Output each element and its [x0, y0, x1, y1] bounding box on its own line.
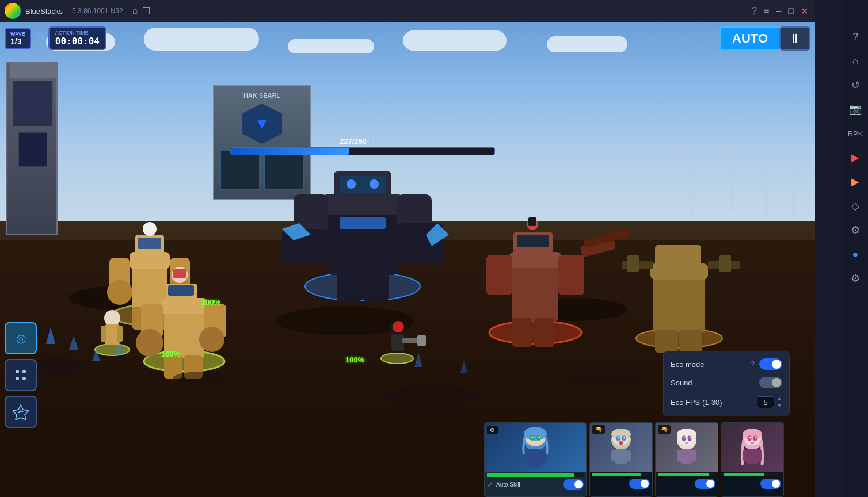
svg-point-111	[532, 436, 534, 438]
svg-rect-115	[540, 450, 546, 463]
auto-skill-toggle-4[interactable]	[760, 479, 781, 489]
sidebar-gear2[interactable]: ⚙	[844, 267, 867, 290]
sidebar-eco[interactable]: ●	[844, 243, 867, 266]
auto-button[interactable]: AUTO	[719, 26, 781, 51]
pct-label-3: 100%	[345, 355, 364, 364]
svg-point-133	[690, 437, 691, 438]
pages-icon[interactable]: ❐	[142, 6, 150, 17]
target-button[interactable]: ◎	[5, 322, 37, 354]
sidebar-diamond[interactable]: ◇	[844, 194, 867, 217]
action-time-display: ACTION TIME 00:00:04	[48, 26, 106, 50]
svg-rect-125	[626, 450, 631, 461]
sidebar-home[interactable]: ⌂	[844, 49, 867, 72]
maximize-button[interactable]: □	[788, 6, 794, 16]
svg-point-140	[748, 435, 752, 441]
sidebar-settings[interactable]: ⚙	[844, 219, 867, 242]
clock-icon: ⏱	[35, 32, 45, 44]
titlebar: BlueStacks 5.3.86.1001 N32 ⌂ ❐ ? ≡ – □ ✕	[0, 0, 815, 22]
sky-background	[0, 22, 815, 236]
bluestacks-logo	[5, 3, 21, 19]
char-art-2	[601, 427, 641, 468]
sidebar-rotate[interactable]: ↺	[844, 74, 867, 97]
svg-point-139	[743, 429, 762, 440]
fps-down-arrow[interactable]: ▼	[776, 402, 782, 409]
minimize-button[interactable]: –	[776, 6, 781, 16]
char-card-3[interactable]: 🔫	[655, 422, 718, 497]
svg-point-120	[622, 435, 626, 441]
left-tower	[6, 62, 58, 235]
pct-label-1: 100%	[201, 298, 220, 307]
skill-button[interactable]	[5, 396, 37, 428]
char-bottom-1: ✓ Auto Skill	[485, 478, 586, 491]
svg-rect-136	[691, 450, 696, 461]
char-hp-fill-2	[592, 473, 641, 476]
svg-point-112	[539, 436, 540, 438]
eco-mode-help-icon[interactable]: ?	[751, 360, 755, 368]
eco-mode-toggle[interactable]	[759, 358, 782, 370]
svg-marker-105	[13, 405, 29, 420]
char-art-1	[512, 425, 558, 471]
svg-point-122	[624, 437, 625, 438]
svg-rect-145	[743, 450, 748, 461]
char-card-1[interactable]: ⚙	[484, 422, 587, 497]
svg-point-119	[616, 435, 620, 441]
svg-point-108	[524, 427, 547, 441]
svg-point-101	[16, 370, 19, 373]
cloud-5	[547, 36, 627, 52]
hak-emblem: ▼	[242, 104, 282, 144]
svg-rect-124	[611, 450, 616, 461]
home-icon[interactable]: ⌂	[132, 6, 138, 16]
char-card-4[interactable]	[721, 422, 784, 497]
svg-point-103	[16, 377, 19, 380]
char-portrait-4	[721, 423, 783, 472]
char-portrait-1	[485, 423, 586, 472]
svg-point-141	[753, 435, 757, 441]
character-cards: ⚙	[484, 416, 815, 497]
skill-icon	[13, 404, 29, 420]
weapon-icon-3: 🔫	[658, 425, 671, 434]
svg-point-102	[22, 370, 26, 373]
char-art-3	[667, 427, 707, 468]
sidebar-keyboard[interactable]: RPK	[844, 122, 867, 145]
cloud-4	[403, 30, 507, 51]
building-window-2	[264, 150, 304, 190]
bottom-left-controls: ◎	[5, 322, 37, 428]
char-bottom-3	[656, 477, 718, 490]
sidebar-help[interactable]: ?	[844, 25, 867, 48]
hud-top: WAVE 1/3 ⏱ ACTION TIME 00:00:04	[5, 26, 106, 50]
svg-point-129	[677, 429, 696, 440]
menu-button[interactable]: ≡	[764, 6, 769, 16]
sidebar-arrow-1[interactable]: ▶	[844, 146, 867, 169]
fps-up-arrow[interactable]: ▲	[776, 395, 782, 402]
char-hp-fill-1	[487, 473, 574, 477]
auto-skill-toggle-1[interactable]	[563, 479, 584, 490]
help-button[interactable]: ?	[752, 6, 757, 16]
svg-point-142	[749, 437, 751, 438]
char-card-2[interactable]: 🔫	[589, 422, 653, 497]
weapon-icon-2: 🔫	[592, 425, 605, 434]
close-button[interactable]: ✕	[801, 6, 808, 17]
auto-skill-label: Auto Skill	[496, 481, 520, 488]
char-art-4	[732, 427, 772, 468]
eco-mode-row: Eco mode ?	[671, 358, 782, 370]
svg-rect-146	[757, 450, 762, 461]
svg-point-121	[618, 437, 619, 438]
auto-skill-toggle-2[interactable]	[629, 479, 650, 489]
sidebar-screenshot[interactable]: 📷	[844, 98, 867, 121]
hak-searl-building: HAK SEARL ▼	[213, 85, 311, 200]
weapon-icon-1: ⚙	[487, 426, 498, 434]
building-window-1	[220, 150, 260, 190]
svg-point-132	[684, 437, 685, 438]
svg-rect-114	[525, 450, 531, 463]
char-hp-fill-3	[658, 473, 709, 476]
auto-skill-toggle-3[interactable]	[695, 479, 715, 489]
svg-rect-144	[746, 449, 759, 464]
hp-text: 227/250 ↑	[340, 137, 372, 146]
app-name: BlueStacks	[25, 7, 63, 16]
svg-rect-135	[677, 450, 682, 461]
pause-button[interactable]: ⏸	[779, 26, 810, 51]
game-area: HAK SEARL ▼ 227/250 ↑	[0, 22, 815, 497]
grid-button[interactable]	[5, 359, 37, 391]
sound-toggle[interactable]	[759, 377, 782, 388]
sidebar-arrow-2[interactable]: ▶	[844, 170, 867, 193]
